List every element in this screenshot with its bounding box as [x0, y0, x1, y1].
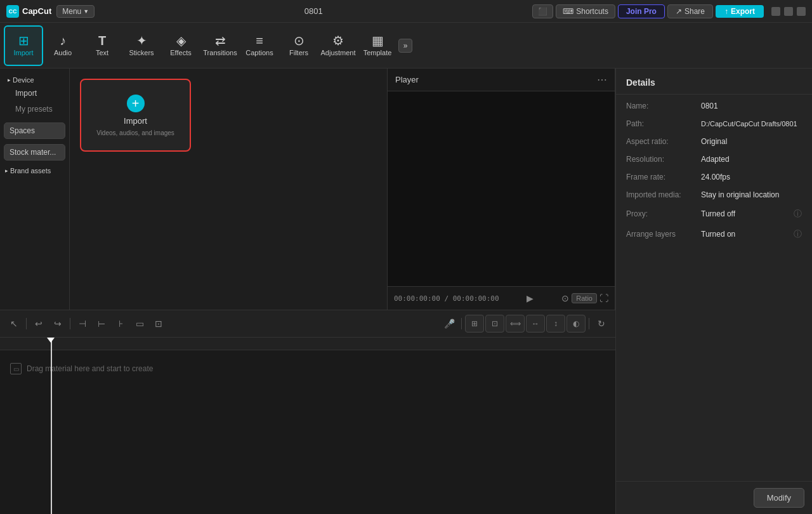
- monitor-icon-button[interactable]: ⬛: [532, 4, 553, 18]
- tool-separator-1: [26, 318, 27, 329]
- details-panel: Details Name: 0801 Path: D:/CapCut/CapCu…: [615, 69, 812, 514]
- mic-button[interactable]: 🎤: [440, 315, 458, 333]
- media-area: + Import Videos, audios, and images: [70, 69, 387, 310]
- menu-button[interactable]: Menu ▼: [56, 5, 95, 18]
- spaces-button[interactable]: Spaces: [4, 122, 65, 139]
- details-footer: Modify: [616, 481, 812, 514]
- timeline-playhead[interactable]: [51, 338, 52, 514]
- proxy-info-icon[interactable]: ⓘ: [794, 208, 802, 220]
- tool-separator-4: [589, 318, 589, 329]
- logo-icon: CC: [6, 5, 19, 18]
- device-section-label[interactable]: ▸ Device: [5, 74, 64, 85]
- shortcuts-button[interactable]: ⌨ Shortcuts: [556, 4, 615, 18]
- detail-row-arrange-layers: Arrange layers Turned on ⓘ: [616, 224, 812, 244]
- details-header: Details: [616, 69, 812, 95]
- shortcuts-label: Shortcuts: [576, 7, 608, 16]
- player-menu-button[interactable]: ⋯: [597, 74, 607, 86]
- detail-row-resolution: Resolution: Adapted: [616, 150, 812, 168]
- adjustment-toolbar-label: Adjustment: [320, 49, 355, 56]
- import-sidebar-label: Import: [15, 89, 37, 98]
- effects-toolbar-label: Effects: [170, 49, 191, 56]
- split-left-button[interactable]: ⊣: [74, 315, 91, 333]
- keyboard-icon: ⌨: [563, 7, 573, 16]
- player-ratio-button[interactable]: Ratio: [572, 293, 597, 303]
- adjustment-toolbar-icon: ⚙: [332, 34, 344, 47]
- screenshot-button[interactable]: ⊡: [150, 315, 167, 333]
- detail-value-arrange-layers: Turned on: [701, 230, 789, 239]
- player-fullscreen-button[interactable]: ⛶: [599, 293, 608, 303]
- detail-value-framerate: 24.00fps: [701, 173, 802, 181]
- sidebar-item-my-presets[interactable]: My presets: [5, 102, 64, 117]
- player-eyepiece-button[interactable]: ⊙: [561, 293, 569, 303]
- detail-row-path: Path: D:/CapCut/CapCut Drafts/0801: [616, 115, 812, 133]
- detail-label-aspect: Aspect ratio:: [626, 137, 696, 146]
- detail-row-aspect: Aspect ratio: Original: [616, 133, 812, 150]
- timeline-tracks: ▭ Drag material here and start to create: [0, 338, 615, 514]
- timeline-tool-6[interactable]: ◐: [566, 315, 586, 333]
- player-play-button[interactable]: ▶: [523, 291, 538, 306]
- timeline-tool-5[interactable]: ↕: [546, 315, 565, 333]
- stickers-toolbar-label: Stickers: [129, 49, 154, 56]
- trim-button[interactable]: ▭: [131, 315, 148, 333]
- arrange-layers-info-icon[interactable]: ⓘ: [794, 228, 802, 240]
- drag-hint-icon: ▭: [10, 363, 22, 374]
- player-controls: 00:00:00:00 / 00:00:00:00 ▶ ⊙ Ratio ⛶: [388, 286, 615, 310]
- toolbar-template-button[interactable]: ▦ Template: [358, 25, 397, 66]
- detail-value-resolution: Adapted: [701, 155, 802, 164]
- detail-row-proxy: Proxy: Turned off ⓘ: [616, 204, 812, 224]
- detail-label-path: Path:: [626, 119, 696, 128]
- import-card-sublabel: Videos, audios, and images: [96, 129, 174, 136]
- player-time-display: 00:00:00:00 / 00:00:00:00: [394, 294, 499, 303]
- captions-toolbar-label: Captions: [246, 49, 273, 56]
- detail-row-framerate: Frame rate: 24.00fps: [616, 168, 812, 186]
- import-card[interactable]: + Import Videos, audios, and images: [80, 79, 191, 152]
- win-close-button[interactable]: [797, 7, 806, 16]
- project-title: 0801: [100, 6, 527, 16]
- timeline-tool-2[interactable]: ⊡: [485, 315, 504, 333]
- split-mid-button[interactable]: ⊢: [93, 315, 110, 333]
- export-icon: ↑: [724, 7, 728, 16]
- join-pro-button[interactable]: Join Pro: [618, 4, 665, 18]
- split-right-button[interactable]: ⊦: [112, 315, 129, 333]
- detail-label-proxy: Proxy:: [626, 209, 696, 218]
- timeline-tool-4[interactable]: ↔: [526, 315, 545, 333]
- toolbar-adjustment-button[interactable]: ⚙ Adjustment: [318, 25, 358, 66]
- effects-toolbar-icon: ◈: [176, 34, 186, 47]
- import-card-label: Import: [124, 116, 147, 126]
- player-panel: Player ⋯ 00:00:00:00 / 00:00:00:00 ▶ ⊙: [387, 69, 615, 310]
- export-button[interactable]: ↑ Export: [716, 5, 764, 18]
- timeline-tool-3[interactable]: ⟺: [506, 315, 525, 333]
- toolbar-effects-button[interactable]: ◈ Effects: [161, 25, 200, 66]
- refresh-button[interactable]: ↻: [593, 315, 610, 333]
- toolbar-filters-button[interactable]: ⊙ Filters: [279, 25, 318, 66]
- detail-value-path: D:/CapCut/CapCut Drafts/0801: [701, 120, 802, 128]
- cursor-tool-button[interactable]: ↖: [5, 315, 23, 333]
- undo-button[interactable]: ↩: [30, 315, 48, 333]
- modify-label: Modify: [767, 493, 791, 503]
- toolbar-transitions-button[interactable]: ⇄ Transitions: [200, 25, 240, 66]
- stock-materials-button[interactable]: Stock mater...: [4, 144, 65, 161]
- toolbar-audio-button[interactable]: ♪ Audio: [43, 25, 82, 66]
- toolbar-import-button[interactable]: ⊞ Import: [4, 25, 43, 66]
- filters-toolbar-label: Filters: [289, 49, 308, 56]
- modify-button[interactable]: Modify: [754, 488, 804, 508]
- tool-separator-3: [461, 318, 462, 329]
- stock-materials-label: Stock mater...: [10, 148, 56, 157]
- template-toolbar-icon: ▦: [372, 34, 384, 47]
- app-logo: CC CapCut: [6, 5, 51, 18]
- toolbar-stickers-button[interactable]: ✦ Stickers: [122, 25, 161, 66]
- toolbar-more-button[interactable]: »: [398, 39, 412, 53]
- audio-toolbar-label: Audio: [54, 49, 72, 56]
- brand-assets-section[interactable]: ▸ Brand assets: [0, 164, 69, 177]
- toolbar-text-button[interactable]: T Text: [82, 25, 122, 66]
- toolbar-captions-button[interactable]: ≡ Captions: [240, 25, 279, 66]
- win-maximize-button[interactable]: [784, 7, 793, 16]
- timeline-tool-1[interactable]: ⊞: [465, 315, 484, 333]
- win-minimize-button[interactable]: [771, 7, 780, 16]
- sidebar-item-import[interactable]: Import: [5, 86, 64, 101]
- detail-label-imported-media: Imported media:: [626, 190, 696, 199]
- redo-button[interactable]: ↪: [49, 315, 67, 333]
- transitions-toolbar-icon: ⇄: [215, 34, 226, 47]
- share-button[interactable]: ↗ Share: [667, 4, 713, 18]
- device-label: Device: [13, 76, 34, 84]
